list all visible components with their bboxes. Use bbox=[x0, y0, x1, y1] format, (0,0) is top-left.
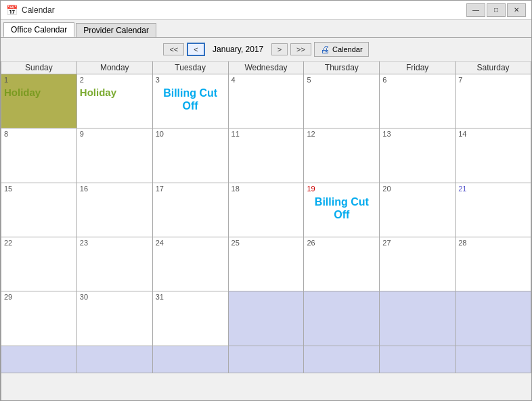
calendar-cell[interactable]: 15 bbox=[1, 183, 77, 237]
cell-number: 7 bbox=[458, 76, 462, 84]
cell-number: 11 bbox=[231, 130, 240, 138]
next-button[interactable]: > bbox=[271, 43, 288, 55]
calendar-cell[interactable]: 14 bbox=[456, 128, 531, 183]
title-bar: 📅 Calendar — □ ✕ bbox=[1, 1, 531, 20]
cell-number: 28 bbox=[458, 239, 466, 247]
calendar-cell[interactable]: 8 bbox=[1, 128, 77, 183]
billing-cutoff-label: Billing Cut Off bbox=[307, 195, 376, 221]
holiday-label: Holiday bbox=[80, 87, 150, 98]
tab-office-calendar[interactable]: Office Calendar bbox=[3, 22, 74, 37]
calendar-cell[interactable]: 11 bbox=[229, 128, 305, 183]
close-button[interactable]: ✕ bbox=[507, 3, 526, 17]
minimize-button[interactable]: — bbox=[466, 3, 485, 17]
cell-number: 4 bbox=[231, 76, 236, 84]
cell-number: 18 bbox=[231, 185, 240, 193]
extra-cell bbox=[456, 346, 531, 373]
calendar-cell[interactable]: 1Holiday bbox=[1, 74, 77, 128]
cell-number: 16 bbox=[80, 185, 88, 193]
calendar-cell[interactable]: 2Holiday bbox=[77, 74, 153, 128]
calendar-cell[interactable]: 13 bbox=[380, 128, 456, 183]
calendar-cell[interactable]: 12 bbox=[304, 128, 380, 183]
cell-number: 27 bbox=[382, 239, 391, 247]
calendar-grid: 1Holiday2Holiday3Billing Cut Off45678910… bbox=[1, 74, 531, 400]
calendar-cell[interactable]: 27 bbox=[380, 237, 456, 291]
prev-prev-button[interactable]: << bbox=[163, 43, 184, 55]
calendar-cell[interactable]: 24 bbox=[153, 237, 229, 291]
calendar-cell[interactable]: 18 bbox=[229, 183, 305, 237]
header-saturday: Saturday bbox=[456, 62, 531, 74]
cell-number: 1 bbox=[4, 76, 8, 84]
cell-number: 6 bbox=[382, 76, 386, 84]
cell-number: 24 bbox=[156, 239, 164, 247]
cell-number: 29 bbox=[4, 293, 12, 301]
calendar-cell[interactable]: 4 bbox=[229, 74, 305, 128]
extra-cell bbox=[77, 346, 153, 373]
title-bar-left: 📅 Calendar bbox=[6, 5, 55, 16]
app-icon: 📅 bbox=[6, 5, 18, 16]
maximize-button[interactable]: □ bbox=[487, 3, 506, 17]
prev-button[interactable]: < bbox=[187, 43, 204, 56]
cell-number: 2 bbox=[80, 76, 84, 84]
calendar-cell[interactable]: 21 bbox=[456, 183, 531, 237]
cell-number: 30 bbox=[80, 293, 88, 301]
billing-cutoff-label: Billing Cut Off bbox=[156, 87, 225, 112]
header-monday: Monday bbox=[77, 62, 153, 74]
calendar-cell[interactable]: 10 bbox=[153, 128, 229, 183]
calendar-cell[interactable]: 17 bbox=[153, 183, 229, 237]
calendar-cell[interactable]: 19Billing Cut Off bbox=[304, 183, 380, 237]
calendar-cell[interactable]: 9 bbox=[77, 128, 153, 183]
cell-number: 25 bbox=[231, 239, 240, 247]
calendar-cell[interactable]: 3Billing Cut Off bbox=[153, 74, 229, 128]
cell-number: 12 bbox=[307, 130, 315, 138]
title-controls: — □ ✕ bbox=[466, 3, 526, 17]
calendar-container: Sunday Monday Tuesday Wednesday Thursday… bbox=[1, 62, 531, 400]
cell-number: 15 bbox=[4, 185, 12, 193]
calendar-cell[interactable]: 22 bbox=[1, 237, 77, 291]
cell-number: 22 bbox=[4, 239, 12, 247]
day-headers: Sunday Monday Tuesday Wednesday Thursday… bbox=[1, 62, 531, 74]
tab-bar: Office Calendar Provider Calendar bbox=[1, 20, 531, 38]
calendar-cell[interactable]: 29 bbox=[1, 291, 77, 346]
header-thursday: Thursday bbox=[304, 62, 380, 74]
extra-cell bbox=[380, 346, 456, 373]
calendar-print-button[interactable]: 🖨 Calendar bbox=[314, 42, 369, 57]
calendar-cell[interactable]: 5 bbox=[304, 74, 380, 128]
window-title: Calendar bbox=[22, 5, 55, 15]
extra-cell bbox=[304, 346, 380, 373]
cell-number: 26 bbox=[307, 239, 315, 247]
calendar-cell[interactable]: 31 bbox=[153, 291, 229, 346]
calendar-cell[interactable]: 30 bbox=[77, 291, 153, 346]
month-label: January, 2017 bbox=[208, 45, 269, 54]
header-sunday: Sunday bbox=[1, 62, 77, 74]
cell-number: 31 bbox=[156, 293, 164, 301]
calendar-cell[interactable]: 20 bbox=[380, 183, 456, 237]
tab-provider-calendar[interactable]: Provider Calendar bbox=[76, 23, 156, 37]
calendar-cell[interactable] bbox=[456, 291, 531, 346]
calendar-cell[interactable]: 7 bbox=[456, 74, 531, 128]
printer-icon: 🖨 bbox=[320, 44, 330, 55]
calendar-cell[interactable]: 28 bbox=[456, 237, 531, 291]
cell-number: 9 bbox=[80, 130, 84, 138]
calendar-cell[interactable]: 6 bbox=[380, 74, 456, 128]
extra-cell bbox=[1, 346, 77, 373]
calendar-window: 📅 Calendar — □ ✕ Office Calendar Provide… bbox=[0, 0, 532, 401]
cell-number: 21 bbox=[458, 185, 466, 193]
cell-number: 14 bbox=[458, 130, 466, 138]
calendar-cell[interactable]: 23 bbox=[77, 237, 153, 291]
holiday-label: Holiday bbox=[4, 87, 74, 98]
cell-number: 3 bbox=[156, 76, 160, 84]
cell-number: 5 bbox=[307, 76, 311, 84]
cell-number: 20 bbox=[382, 185, 391, 193]
calendar-cell[interactable]: 16 bbox=[77, 183, 153, 237]
extra-cell bbox=[153, 346, 229, 373]
calendar-cell[interactable] bbox=[380, 291, 456, 346]
header-friday: Friday bbox=[380, 62, 456, 74]
calendar-cell[interactable]: 26 bbox=[304, 237, 380, 291]
calendar-cell[interactable] bbox=[304, 291, 380, 346]
cell-number: 13 bbox=[382, 130, 391, 138]
cell-number: 17 bbox=[156, 185, 164, 193]
next-next-button[interactable]: >> bbox=[290, 43, 311, 55]
calendar-cell[interactable] bbox=[229, 291, 305, 346]
calendar-cell[interactable]: 25 bbox=[229, 237, 305, 291]
header-tuesday: Tuesday bbox=[153, 62, 229, 74]
